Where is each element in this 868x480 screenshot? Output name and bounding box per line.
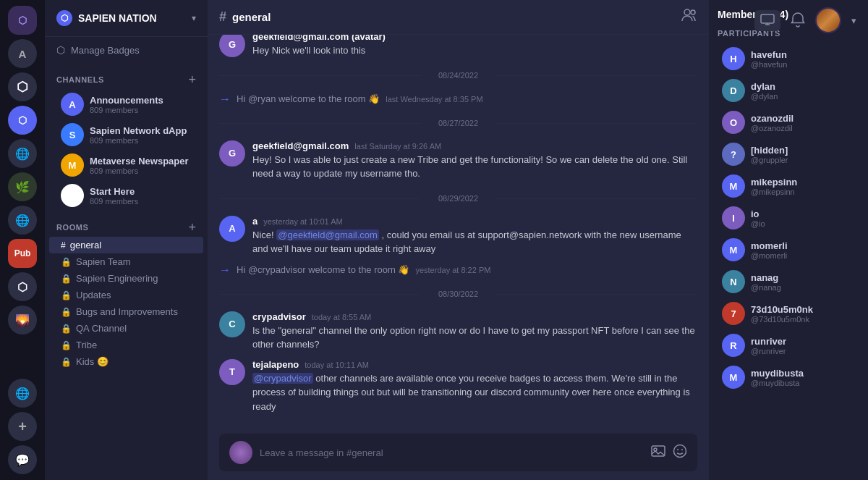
server-icon-4[interactable]: 🌐	[8, 139, 37, 168]
member-name: momerli	[751, 240, 855, 251]
notification-bell-icon[interactable]	[791, 12, 805, 30]
server-icon-globe[interactable]: 🌐	[8, 379, 37, 408]
add-channel-button[interactable]: +	[188, 73, 196, 86]
room-name-general: general	[70, 240, 101, 250]
room-icon-updates: 🔒	[61, 290, 72, 300]
channels-label: CHANNELS	[56, 75, 104, 84]
message-avatar: T	[219, 359, 245, 385]
server-icon-add[interactable]: +	[8, 412, 37, 441]
mention[interactable]: @crypadvisor	[252, 373, 313, 384]
user-chevron-icon[interactable]: ▾	[851, 15, 856, 26]
emoji-icon[interactable]	[673, 444, 687, 462]
message-group: C crypadvisor today at 8:55 AM Is the "g…	[219, 308, 697, 355]
member-name: 73d10u5m0nk	[751, 304, 855, 315]
member-item[interactable]: M mikepsinn @mikepsinn	[718, 171, 859, 201]
channel-name-label: Start Here	[90, 186, 197, 197]
svg-point-4	[674, 445, 686, 457]
members-panel: Members (814) PARTICIPANTS H havefun @ha…	[709, 0, 868, 480]
date-divider: 08/30/2022	[219, 290, 697, 298]
member-avatar: M	[722, 238, 745, 261]
channel-name: general	[232, 11, 676, 23]
sidebar-room-general[interactable]: # general	[49, 237, 203, 253]
member-handle: @gruppler	[751, 156, 855, 164]
date-divider: 08/24/2022	[219, 71, 697, 80]
server-icon-2[interactable]: ⬡	[8, 72, 37, 101]
message-text: Hey Nick we'll look into this	[252, 43, 697, 58]
server-icon-6[interactable]: 🌐	[8, 206, 37, 235]
message-content: tejalapeno today at 10:11 AM @crypadviso…	[252, 359, 697, 414]
room-icon-tribe: 🔒	[61, 340, 72, 350]
member-item[interactable]: ? [hidden] @gruppler	[718, 139, 859, 169]
message-group: A a yesterday at 10:01 AM Nice! @geekfie…	[219, 213, 697, 259]
room-name-updates: Updates	[76, 290, 111, 300]
server-icon-7[interactable]: ⬡	[8, 272, 37, 301]
sidebar-room-sapien-engineering[interactable]: 🔒 Sapien Engineering	[49, 270, 203, 287]
members-icon[interactable]	[681, 9, 697, 25]
member-avatar: I	[722, 206, 745, 230]
member-item[interactable]: M momerli @momerli	[718, 235, 859, 265]
member-item[interactable]: R runriver @runriver	[718, 330, 859, 361]
room-icon-kids: 🔒	[61, 357, 72, 367]
server-icon-a[interactable]: A	[8, 39, 37, 68]
channel-name-label: Announcements	[90, 95, 197, 106]
message-group: G geekfield@gmail.com (avatar) Hey Nick …	[219, 35, 697, 61]
image-attach-icon[interactable]	[651, 445, 665, 461]
server-icon-8[interactable]: 🌄	[8, 306, 37, 334]
member-item[interactable]: O ozanozdil @ozanozdil	[718, 107, 859, 138]
member-name: [hidden]	[751, 145, 855, 156]
add-room-button[interactable]: +	[188, 221, 196, 234]
sidebar-room-tribe[interactable]: 🔒 Tribe	[49, 337, 203, 353]
server-icon-5[interactable]: 🌿	[8, 172, 37, 201]
sidebar-channel-announcements[interactable]: A Announcements 809 members	[49, 89, 203, 119]
user-avatar-topbar[interactable]	[815, 7, 841, 33]
server-icon-3[interactable]: ⬡	[8, 106, 37, 135]
sidebar-room-qa-channel[interactable]: 🔒 QA Channel	[49, 320, 203, 337]
svg-point-5	[677, 449, 678, 450]
system-message-time: yesterday at 8:22 PM	[415, 266, 490, 274]
member-handle: @havefun	[751, 60, 855, 69]
member-handle: @nanag	[751, 283, 855, 292]
member-item[interactable]: 7 73d10u5m0nk @73d10u5m0nk	[718, 298, 859, 329]
member-item[interactable]: M muydibusta @muydibusta	[718, 362, 859, 392]
member-item[interactable]: N nanag @nanag	[718, 266, 859, 297]
message-author: geekfield@gmail.com (avatar)	[252, 35, 386, 42]
member-avatar: N	[722, 270, 745, 293]
date-divider: 08/27/2022	[219, 119, 697, 127]
message-group: G geekfield@gmail.com last Saturday at 9…	[219, 138, 697, 184]
server-icon-pub[interactable]: Pub	[8, 239, 37, 268]
server-list: ⬡ A ⬡ ⬡ 🌐 🌿 🌐 Pub ⬡ 🌄 🌐 + 💬	[0, 0, 45, 480]
server-icon-sapien[interactable]: ⬡	[8, 6, 37, 35]
rooms-list: # general 🔒 Sapien Team 🔒 Sapien Enginee…	[45, 237, 208, 370]
member-item[interactable]: D dylan @dylan	[718, 75, 859, 106]
sidebar-header[interactable]: ⬡ SAPIEN NATION ▾	[45, 0, 208, 37]
member-avatar: O	[722, 111, 745, 134]
system-message-text: Hi @crypadvisor welcome to the room 👋	[237, 264, 409, 275]
manage-badges-button[interactable]: ⬡ Manage Badges	[45, 37, 208, 63]
sidebar-room-bugs[interactable]: 🔒 Bugs and Improvements	[49, 303, 203, 320]
message-text: Nice! @geekfield@gmail.com , could you e…	[252, 228, 697, 256]
sidebar-channel-sapien-network[interactable]: S Sapien Network dApp 809 members	[49, 119, 203, 150]
main-chat-area: # general G geekfield@gmail.com (avatar)…	[208, 0, 709, 480]
sidebar-channel-metaverse[interactable]: M Metaverse Newspaper 809 members	[49, 150, 203, 180]
sidebar-room-sapien-team[interactable]: 🔒 Sapien Team	[49, 253, 203, 270]
sidebar-channel-start-here[interactable]: S Start Here 809 members	[49, 180, 203, 211]
sidebar-room-kids[interactable]: 🔒 Kids 😊	[49, 353, 203, 370]
mention[interactable]: @geekfield@gmail.com	[276, 230, 379, 240]
sidebar-room-updates[interactable]: 🔒 Updates	[49, 287, 203, 303]
room-name-qa-channel: QA Channel	[76, 323, 127, 334]
date-divider: 08/29/2022	[219, 194, 697, 203]
channel-members-count: 809 members	[90, 106, 197, 114]
member-name: ozanozdil	[751, 113, 855, 124]
member-name: io	[751, 209, 855, 219]
member-name: runriver	[751, 336, 855, 347]
screen-share-icon[interactable]	[754, 10, 780, 31]
member-name: havefun	[751, 49, 855, 60]
system-arrow-icon: →	[219, 264, 231, 277]
member-item[interactable]: H havefun @havefun	[718, 43, 859, 74]
message-input[interactable]	[260, 447, 644, 458]
member-avatar: R	[722, 334, 745, 357]
system-arrow-icon: →	[219, 93, 231, 106]
member-item[interactable]: I io @io	[718, 203, 859, 233]
channel-members-count: 809 members	[90, 136, 197, 145]
server-icon-chat[interactable]: 💬	[8, 445, 37, 474]
